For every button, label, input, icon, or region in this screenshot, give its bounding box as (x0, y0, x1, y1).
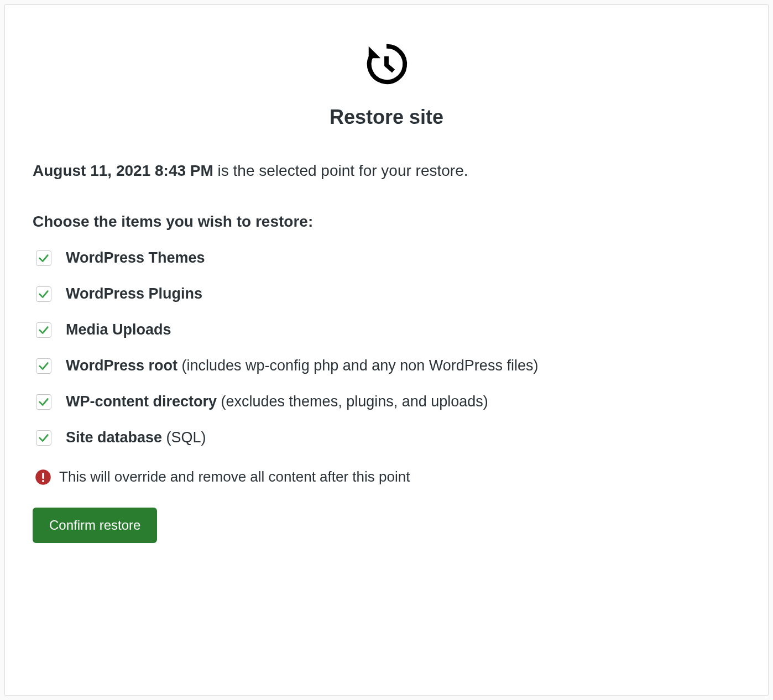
restore-item-wpcontent: WP-content directory (excludes themes, p… (33, 393, 740, 410)
checkbox-themes[interactable] (36, 250, 51, 266)
page-title: Restore site (330, 106, 443, 129)
restore-history-icon (363, 40, 410, 90)
checkbox-database[interactable] (36, 430, 51, 446)
item-label: WordPress root (includes wp-config php a… (66, 357, 538, 374)
check-icon (38, 288, 50, 300)
item-label: Site database (SQL) (66, 429, 206, 446)
check-icon (38, 396, 50, 408)
item-label: WordPress Plugins (66, 285, 202, 302)
check-icon (38, 252, 50, 264)
svg-rect-1 (42, 472, 44, 478)
restore-item-media: Media Uploads (33, 321, 740, 338)
warning-icon (35, 469, 51, 485)
check-icon (38, 360, 50, 372)
checkbox-wpcontent[interactable] (36, 394, 51, 410)
item-label: WP-content directory (excludes themes, p… (66, 393, 488, 410)
restore-timestamp: August 11, 2021 8:43 PM (33, 162, 213, 179)
warning-row: This will override and remove all conten… (33, 468, 740, 485)
confirm-restore-button[interactable]: Confirm restore (33, 508, 157, 543)
restore-items-list: WordPress Themes WordPress Plugins Media… (33, 249, 740, 446)
item-label: WordPress Themes (66, 249, 205, 267)
restore-timestamp-suffix: is the selected point for your restore. (213, 162, 468, 179)
restore-item-themes: WordPress Themes (33, 249, 740, 267)
svg-point-2 (42, 480, 44, 482)
choose-items-label: Choose the items you wish to restore: (33, 213, 740, 231)
selected-point-text: August 11, 2021 8:43 PM is the selected … (33, 162, 740, 180)
warning-text: This will override and remove all conten… (59, 468, 410, 485)
checkbox-plugins[interactable] (36, 286, 51, 302)
check-icon (38, 324, 50, 336)
restore-item-plugins: WordPress Plugins (33, 285, 740, 302)
restore-card: Restore site August 11, 2021 8:43 PM is … (4, 4, 769, 696)
restore-item-root: WordPress root (includes wp-config php a… (33, 357, 740, 374)
item-label: Media Uploads (66, 321, 171, 338)
check-icon (38, 432, 50, 444)
card-header: Restore site (33, 40, 740, 129)
checkbox-root[interactable] (36, 358, 51, 374)
checkbox-media[interactable] (36, 322, 51, 338)
restore-item-database: Site database (SQL) (33, 429, 740, 446)
